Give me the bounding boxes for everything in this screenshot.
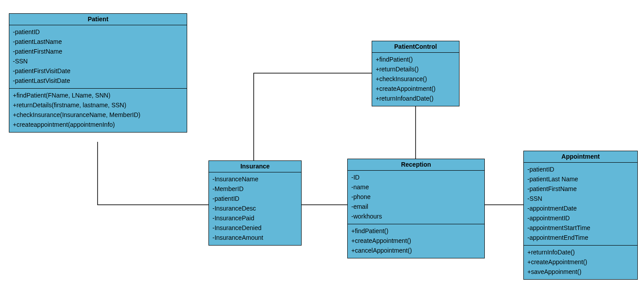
attr: -SSN [13, 56, 183, 66]
attr: -name [351, 182, 481, 192]
attr: -InsuranceAmount [212, 233, 298, 242]
attr: -appointmentDate [527, 203, 634, 213]
attr: -patientID [13, 27, 183, 37]
op: +returnInfoDate() [527, 247, 634, 257]
class-reception: Reception -ID -name -phone -email -workh… [347, 159, 485, 258]
attr: -InsuranceDesc [212, 203, 298, 213]
assoc-patient-insurance [98, 142, 208, 205]
op: +findPatient() [351, 226, 481, 236]
class-patientcontrol: PatientControl +findPatient() +returnDet… [372, 41, 459, 106]
class-appointment-ops: +returnInfoDate() +createAppointment() +… [524, 246, 637, 279]
class-appointment-attrs: -patientID -patientLast Name -patientFir… [524, 163, 637, 246]
attr: -patientLastName [13, 37, 183, 47]
attr: -phone [351, 192, 481, 202]
attr: -InsuranceDenied [212, 223, 298, 233]
attr: -appointmentEndTime [527, 233, 634, 242]
class-appointment-title: Appointment [524, 151, 637, 163]
attr: -patientFirstName [13, 47, 183, 56]
class-insurance-attrs: -InsuranceName -MemberID -patientID -Ins… [209, 172, 301, 245]
op: +createAppointment() [351, 236, 481, 246]
class-patientcontrol-title: PatientControl [372, 41, 459, 53]
attr: -patientLastVisitDate [13, 76, 183, 86]
attr: -MemberID [212, 184, 298, 194]
attr: -InsuranceName [212, 174, 298, 184]
class-patient-attrs: -patientID -patientLastName -patientFirs… [9, 25, 187, 89]
class-patient-ops: +findPatient(FName, LName, SNN) +returnD… [9, 89, 187, 132]
class-patient: Patient -patientID -patientLastName -pat… [9, 13, 187, 133]
uml-class-diagram: Patient -patientID -patientLastName -pat… [0, 0, 644, 289]
attr: -ID [351, 172, 481, 182]
op: +findPatient() [376, 55, 456, 64]
attr: -patientID [212, 194, 298, 203]
attr: -patientFirstName [527, 184, 634, 194]
op: +findPatient(FName, LName, SNN) [13, 90, 183, 100]
class-insurance-title: Insurance [209, 161, 301, 172]
attr: -patientLast Name [527, 174, 634, 184]
attr: -patientID [527, 164, 634, 174]
attr: -appointmentID [527, 213, 634, 223]
op: +createappointment(appointmenInfo) [13, 120, 183, 129]
class-reception-title: Reception [348, 159, 484, 171]
op: +createAppointment() [527, 257, 634, 267]
class-insurance: Insurance -InsuranceName -MemberID -pati… [208, 160, 302, 246]
attr: -InsurancePaid [212, 213, 298, 223]
op: +returnDetails() [376, 64, 456, 74]
attr: -appointmentStartTime [527, 223, 634, 233]
attr: -patientFirstVisitDate [13, 66, 183, 76]
op: +createAppointment() [376, 84, 456, 94]
class-reception-attrs: -ID -name -phone -email -workhours [348, 171, 484, 224]
attr: -workhours [351, 211, 481, 221]
op: +returnInfoandDate() [376, 94, 456, 103]
op: +saveAppoinment() [527, 267, 634, 277]
op: +checkInsurance(InsuranceName, MemberID) [13, 110, 183, 120]
attr: -email [351, 202, 481, 211]
op: +cancelAppointment() [351, 246, 481, 255]
assoc-insurance-patientcontrol [254, 73, 372, 160]
class-patient-title: Patient [9, 14, 187, 25]
class-appointment: Appointment -patientID -patientLast Name… [523, 151, 638, 280]
attr: -SSN [527, 194, 634, 203]
class-reception-ops: +findPatient() +createAppointment() +can… [348, 224, 484, 258]
op: +checkInsurance() [376, 74, 456, 84]
class-patientcontrol-ops: +findPatient() +returnDetails() +checkIn… [372, 53, 459, 106]
op: +returnDetails(firstname, lastname, SSN) [13, 100, 183, 110]
